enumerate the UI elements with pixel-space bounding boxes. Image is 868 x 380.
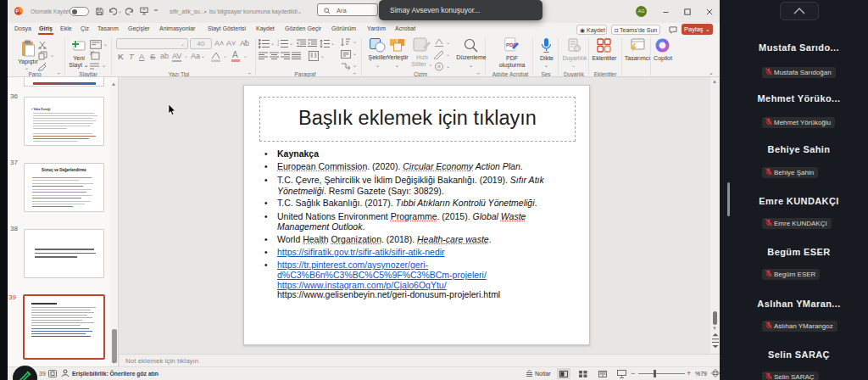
svg-text:2: 2 [277, 42, 280, 47]
svg-text:P: P [16, 8, 19, 14]
